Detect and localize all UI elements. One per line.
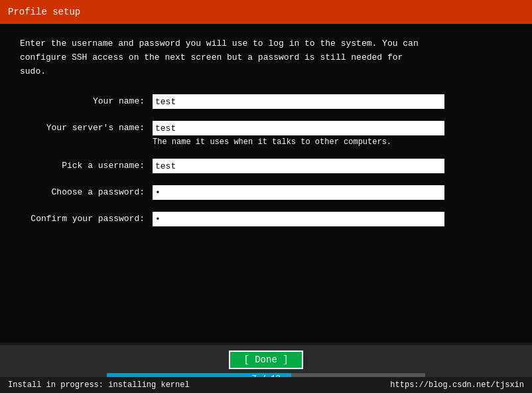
url-text: https://blog.csdn.net/tjsxin [390,380,524,390]
form-row-password: Choose a password: [20,185,512,200]
label-password: Choose a password: [20,185,153,197]
form-row-confirm-password: Confirm your password: [20,212,512,226]
label-your-name: Your name: [20,94,153,106]
label-server-name: Your server's name: [20,121,153,133]
description: Enter the username and password you will… [20,37,471,78]
description-line2: configure SSH access on the next screen … [20,52,403,62]
done-button-area: [ Done ] [0,345,532,373]
field-group-username [153,159,512,173]
label-confirm-password: Confirm your password: [20,212,153,224]
hint-server-name: The name it uses when it talks to other … [153,137,512,147]
install-status: Install in progress: installing kernel [8,380,190,390]
form-row-server-name: Your server's name: The name it uses whe… [20,121,512,147]
description-line1: Enter the username and password you will… [20,39,419,48]
field-group-your-name [153,94,512,109]
input-server-name[interactable] [153,121,444,135]
field-group-password [153,185,512,200]
form-row-your-name: Your name: [20,94,512,109]
field-group-confirm-password [153,212,512,226]
field-group-server-name: The name it uses when it talks to other … [153,121,512,147]
form: Your name: Your server's name: The name … [20,94,512,226]
title-bar-label: Profile setup [8,7,80,17]
input-confirm-password[interactable] [153,212,444,226]
input-username[interactable] [153,159,444,173]
title-bar: Profile setup [0,0,532,24]
input-your-name[interactable] [153,94,444,109]
done-button[interactable]: [ Done ] [229,351,302,369]
description-line3: sudo. [20,66,46,76]
status-bar: Install in progress: installing kernel h… [0,377,532,393]
main-content: Enter the username and password you will… [0,24,532,343]
label-username: Pick a username: [20,159,153,171]
form-row-username: Pick a username: [20,159,512,173]
input-password[interactable] [153,185,444,200]
